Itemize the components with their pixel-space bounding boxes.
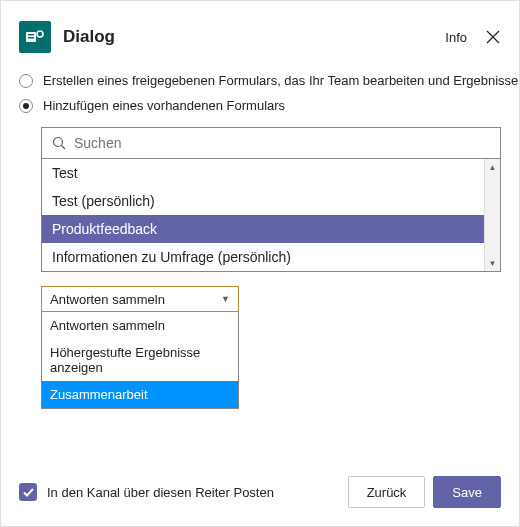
dialog-footer: In den Kanal über diesen Reiter Posten Z… xyxy=(19,464,501,508)
form-list: Test Test (persönlich) Produktfeedback I… xyxy=(41,159,501,272)
list-item[interactable]: Informationen zu Umfrage (persönlich) xyxy=(42,243,500,271)
select-option[interactable]: Antworten sammeln xyxy=(42,312,238,339)
action-select: Antworten sammeln ▼ Antworten sammeln Hö… xyxy=(41,286,239,409)
list-item[interactable]: Test (persönlich) xyxy=(42,187,500,215)
dialog-header: Dialog Info xyxy=(19,21,501,53)
radio-create-form[interactable]: Erstellen eines freigegebenen Formulars,… xyxy=(19,73,501,88)
radio-icon xyxy=(19,99,33,113)
dialog-container: Dialog Info Erstellen eines freigegebene… xyxy=(0,0,520,527)
search-input[interactable] xyxy=(74,135,490,151)
list-item[interactable]: Produktfeedback xyxy=(42,215,500,243)
select-dropdown: Antworten sammeln Höhergestufte Ergebnis… xyxy=(41,312,239,409)
radio-add-label: Hinzufügen eines vorhandenen Formulars xyxy=(43,98,285,113)
chevron-down-icon: ▼ xyxy=(221,294,230,304)
forms-app-icon xyxy=(19,21,51,53)
list-item[interactable]: Test xyxy=(42,159,500,187)
radio-add-existing[interactable]: Hinzufügen eines vorhandenen Formulars xyxy=(19,98,501,113)
form-area: Test Test (persönlich) Produktfeedback I… xyxy=(41,127,501,409)
select-option[interactable]: Höhergestufte Ergebnisse anzeigen xyxy=(42,339,238,381)
select-value: Antworten sammeln xyxy=(50,292,165,307)
select-trigger[interactable]: Antworten sammeln ▼ xyxy=(41,286,239,312)
info-link[interactable]: Info xyxy=(445,30,467,45)
svg-rect-1 xyxy=(28,34,34,36)
svg-point-3 xyxy=(37,31,43,37)
scrollbar[interactable]: ▲ ▼ xyxy=(484,159,500,271)
post-checkbox-label: In den Kanal über diesen Reiter Posten xyxy=(47,485,340,500)
svg-rect-2 xyxy=(28,37,34,39)
save-button[interactable]: Save xyxy=(433,476,501,508)
dialog-title: Dialog xyxy=(63,27,445,47)
svg-point-6 xyxy=(54,138,63,147)
back-button[interactable]: Zurück xyxy=(348,476,426,508)
post-checkbox[interactable] xyxy=(19,483,37,501)
close-icon xyxy=(486,30,500,44)
check-icon xyxy=(23,488,34,497)
close-button[interactable] xyxy=(485,29,501,45)
search-box[interactable] xyxy=(41,127,501,159)
scroll-down-icon[interactable]: ▼ xyxy=(485,255,500,271)
search-icon xyxy=(52,136,66,150)
scroll-up-icon[interactable]: ▲ xyxy=(485,159,500,175)
svg-line-7 xyxy=(62,146,66,150)
select-option[interactable]: Zusammenarbeit xyxy=(42,381,238,408)
radio-create-label: Erstellen eines freigegebenen Formulars,… xyxy=(43,73,520,88)
radio-icon xyxy=(19,74,33,88)
